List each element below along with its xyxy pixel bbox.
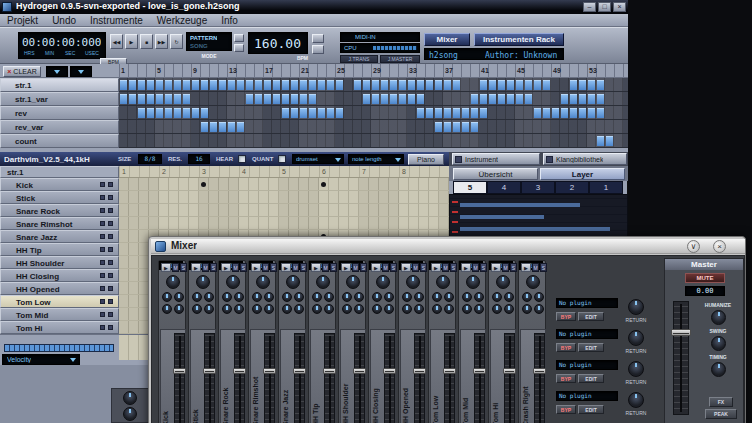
timeline-number[interactable]: 49: [553, 67, 561, 74]
song-pattern-cell[interactable]: [570, 80, 577, 90]
song-pattern-cell[interactable]: [309, 108, 316, 118]
rollup-button[interactable]: ∨: [687, 240, 700, 253]
song-pattern-cell[interactable]: [453, 122, 460, 132]
song-pattern-name[interactable]: count: [0, 134, 119, 148]
layer-slot[interactable]: 3: [521, 181, 555, 194]
song-pattern-cell[interactable]: [246, 80, 253, 90]
layer-slot[interactable]: 5: [453, 181, 487, 194]
channel-fader-handle[interactable]: [203, 368, 216, 374]
channel-fx-send-knob[interactable]: [324, 304, 334, 314]
master-fader-handle[interactable]: [671, 329, 691, 336]
song-pattern-cell[interactable]: [120, 80, 127, 90]
instrument-mute-led[interactable]: [100, 325, 105, 330]
song-pattern-name[interactable]: rev: [0, 106, 119, 120]
instrument-mute-led[interactable]: [100, 312, 105, 317]
channel-solo-button[interactable]: S: [540, 263, 547, 272]
quantize-checkbox[interactable]: [278, 155, 286, 163]
channel-solo-button[interactable]: S: [390, 263, 397, 272]
channel-fx-send-knob[interactable]: [282, 292, 292, 302]
song-pattern-cell[interactable]: [498, 80, 505, 90]
channel-mute-button[interactable]: M: [262, 263, 269, 272]
master-peak-button[interactable]: PEAK: [705, 409, 737, 419]
channel-solo-button[interactable]: S: [210, 263, 217, 272]
menu-item-undo[interactable]: Undo: [45, 15, 83, 26]
fx-edit-button[interactable]: EDIT: [578, 374, 604, 383]
song-pattern-cell[interactable]: [309, 80, 316, 90]
instrument-solo-led[interactable]: [108, 325, 113, 330]
song-pattern-cell[interactable]: [444, 80, 451, 90]
instrument-row[interactable]: Tom Mid: [0, 308, 119, 321]
timeline-number[interactable]: 1: [121, 67, 125, 74]
channel-fx-send-knob[interactable]: [444, 304, 454, 314]
clear-pattern-sequence-button[interactable]: × CLEAR: [3, 66, 41, 77]
channel-fx-send-knob[interactable]: [444, 292, 454, 302]
instrument-solo-led[interactable]: [108, 312, 113, 317]
channel-trigger-button[interactable]: ▶: [281, 263, 291, 272]
song-pattern-cell[interactable]: [264, 80, 271, 90]
channel-trigger-button[interactable]: ▶: [491, 263, 501, 272]
channel-trigger-button[interactable]: ▶: [221, 263, 231, 272]
instrument-row[interactable]: Snare Rock: [0, 204, 119, 217]
song-pattern-cell[interactable]: [120, 94, 127, 104]
channel-fx-send-knob[interactable]: [342, 304, 352, 314]
fx-bypass-button[interactable]: BYP: [556, 374, 576, 383]
channel-fx-send-knob[interactable]: [372, 292, 382, 302]
song-pattern-cell[interactable]: [282, 80, 289, 90]
channel-fader[interactable]: [204, 333, 215, 423]
play-button[interactable]: ▶: [125, 34, 138, 49]
song-pattern-cell[interactable]: [426, 108, 433, 118]
instrument-mute-led[interactable]: [100, 286, 105, 291]
song-pattern-cell[interactable]: [309, 94, 316, 104]
song-pattern-cell[interactable]: [138, 80, 145, 90]
channel-fx-send-knob[interactable]: [384, 292, 394, 302]
song-pattern-cell[interactable]: [237, 122, 244, 132]
channel-fx-send-knob[interactable]: [294, 304, 304, 314]
song-pattern-cell[interactable]: [192, 80, 199, 90]
instrument-row[interactable]: HH Opened: [0, 282, 119, 295]
resolution-select[interactable]: 16: [188, 154, 210, 164]
song-pattern-cell[interactable]: [570, 108, 577, 118]
instrument-row[interactable]: Snare Jazz: [0, 230, 119, 243]
piano-view-button[interactable]: Piano: [408, 154, 444, 165]
instrument-row[interactable]: Stick: [0, 191, 119, 204]
pattern-grid-row[interactable]: [119, 204, 449, 217]
channel-fader[interactable]: [534, 333, 545, 423]
channel-solo-button[interactable]: S: [450, 263, 457, 272]
channel-fx-send-knob[interactable]: [204, 292, 214, 302]
song-pattern-row[interactable]: [119, 78, 628, 92]
timeline-number[interactable]: 53: [589, 67, 597, 74]
instrument-mute-led[interactable]: [100, 208, 105, 213]
channel-mute-button[interactable]: M: [352, 263, 359, 272]
minimize-button[interactable]: –: [583, 2, 596, 12]
channel-fader[interactable]: [444, 333, 455, 423]
song-pattern-cell[interactable]: [336, 108, 343, 118]
channel-fx-send-knob[interactable]: [222, 292, 232, 302]
channel-fx-send-knob[interactable]: [474, 292, 484, 302]
channel-fader[interactable]: [324, 333, 335, 423]
note-dot[interactable]: [201, 182, 206, 187]
song-pattern-cell[interactable]: [300, 108, 307, 118]
channel-fx-send-knob[interactable]: [402, 292, 412, 302]
fx-edit-button[interactable]: EDIT: [578, 405, 604, 414]
song-pattern-cell[interactable]: [399, 80, 406, 90]
channel-mute-button[interactable]: M: [472, 263, 479, 272]
song-pattern-cell[interactable]: [156, 80, 163, 90]
instrument-row[interactable]: Tom Hi: [0, 321, 119, 334]
channel-mute-button[interactable]: M: [202, 263, 209, 272]
channel-fader[interactable]: [234, 333, 245, 423]
channel-fx-send-knob[interactable]: [252, 304, 262, 314]
song-pattern-cell[interactable]: [246, 94, 253, 104]
channel-pan-knob[interactable]: [316, 275, 330, 289]
song-timeline-ruler[interactable]: 1591317212529333741454953: [119, 64, 628, 78]
song-pattern-cell[interactable]: [255, 80, 262, 90]
song-pattern-cell[interactable]: [561, 94, 568, 104]
channel-trigger-button[interactable]: ▶: [161, 263, 171, 272]
timeline-number[interactable]: 5: [157, 67, 161, 74]
menu-item-projekt[interactable]: Projekt: [0, 15, 45, 26]
mixer-toggle-button[interactable]: Mixer: [424, 33, 470, 46]
pattern-ruler[interactable]: 12345678: [119, 166, 449, 178]
channel-pan-knob[interactable]: [256, 275, 270, 289]
channel-fx-send-knob[interactable]: [294, 292, 304, 302]
song-pattern-cell[interactable]: [327, 108, 334, 118]
channel-fx-send-knob[interactable]: [324, 292, 334, 302]
